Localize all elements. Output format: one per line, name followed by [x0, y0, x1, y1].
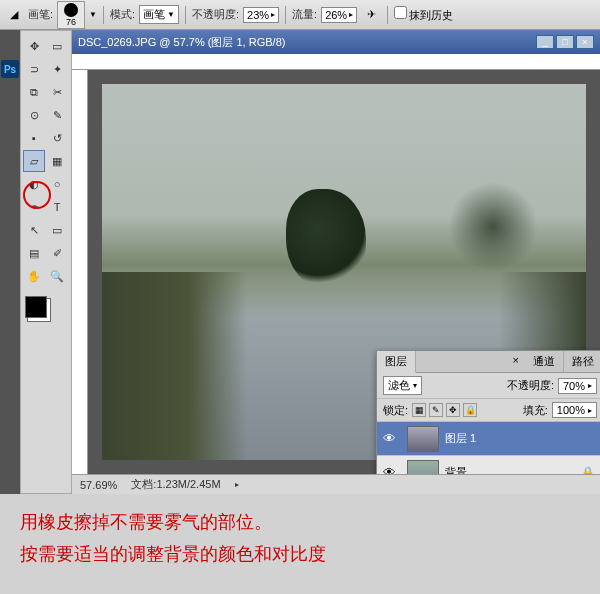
- lock-transparency-icon[interactable]: ▦: [412, 403, 426, 417]
- pen-tool[interactable]: ✒: [23, 196, 45, 218]
- annotations: 用橡皮擦掉不需要雾气的部位。 按需要适当的调整背景的颜色和对比度: [0, 494, 600, 583]
- vegetation-shape: [102, 272, 247, 460]
- annotation-line-2: 按需要适当的调整背景的颜色和对比度: [20, 538, 580, 570]
- lock-all-icon[interactable]: 🔒: [463, 403, 477, 417]
- fill-value: 100%: [557, 404, 585, 416]
- path-tool[interactable]: ↖: [23, 219, 45, 241]
- dodge-tool[interactable]: ○: [46, 173, 68, 195]
- tab-layers[interactable]: 图层: [377, 351, 416, 373]
- ruler-horizontal: [72, 54, 600, 70]
- tools-panel: ✥ ▭ ⊃ ✦ ⧉ ✂ ⊙ ✎ ▪ ↺ ▱ ▦ ◐ ○ ✒ T ↖ ▭ ▤ ✐ …: [20, 30, 72, 494]
- marquee-tool[interactable]: ▭: [46, 35, 68, 57]
- layer-item[interactable]: 👁 图层 1: [377, 422, 600, 456]
- ps-logo-icon: Ps: [1, 60, 19, 78]
- type-tool[interactable]: T: [46, 196, 68, 218]
- mode-value: 画笔: [143, 7, 165, 22]
- hand-tool[interactable]: ✋: [23, 265, 45, 287]
- opacity-input[interactable]: 23% ▸: [243, 7, 279, 23]
- layer-thumbnail[interactable]: [407, 460, 439, 475]
- flow-value: 26%: [325, 9, 347, 21]
- tab-channels[interactable]: 通道: [525, 351, 564, 372]
- lock-label: 锁定:: [383, 403, 408, 418]
- blend-mode-select[interactable]: 滤色 ▾: [383, 376, 422, 395]
- layer-opacity-input[interactable]: 70% ▸: [558, 378, 597, 394]
- lock-position-icon[interactable]: ✥: [446, 403, 460, 417]
- tree-shape: [448, 182, 538, 272]
- tab-paths[interactable]: 路径: [564, 351, 600, 372]
- chevron-right-icon[interactable]: ▸: [235, 480, 239, 489]
- brush-label: 画笔:: [28, 7, 53, 22]
- blur-tool[interactable]: ◐: [23, 173, 45, 195]
- brush-size: 76: [66, 17, 76, 27]
- move-tool[interactable]: ✥: [23, 35, 45, 57]
- chevron-right-icon: ▸: [588, 381, 592, 390]
- eyedropper-tool[interactable]: ✐: [46, 242, 68, 264]
- document-window: DSC_0269.JPG @ 57.7% (图层 1, RGB/8) _ □ ×: [72, 30, 600, 494]
- zoom-value[interactable]: 57.69%: [80, 479, 117, 491]
- status-bar: 57.69% 文档:1.23M/2.45M ▸: [72, 474, 600, 494]
- close-button[interactable]: ×: [576, 35, 594, 49]
- document-titlebar: DSC_0269.JPG @ 57.7% (图层 1, RGB/8) _ □ ×: [72, 30, 600, 54]
- tool-preset-icon[interactable]: ◢: [4, 5, 24, 25]
- history-brush-tool[interactable]: ↺: [46, 127, 68, 149]
- layer-list: 👁 图层 1 👁 背景 🔒: [377, 422, 600, 474]
- opacity-value: 23%: [247, 9, 269, 21]
- chevron-down-icon: ▾: [413, 381, 417, 390]
- brush-tool[interactable]: ✎: [46, 104, 68, 126]
- fill-label: 填充:: [523, 403, 548, 418]
- visibility-icon[interactable]: 👁: [377, 431, 401, 446]
- chevron-right-icon: ▸: [271, 10, 275, 19]
- mode-label: 模式:: [110, 7, 135, 22]
- minimize-button[interactable]: _: [536, 35, 554, 49]
- ruler-vertical: [72, 70, 88, 474]
- app-rail: Ps: [0, 30, 20, 494]
- tree-shape: [286, 189, 366, 289]
- chevron-right-icon: ▸: [588, 406, 592, 415]
- airbrush-icon[interactable]: ✈: [361, 5, 381, 25]
- canvas[interactable]: 图层 × 通道 路径 滤色 ▾ 不透明度: 70% ▸: [88, 70, 600, 474]
- color-swatch[interactable]: [25, 296, 47, 318]
- lasso-tool[interactable]: ⊃: [23, 58, 45, 80]
- layer-name: 图层 1: [445, 431, 476, 446]
- chevron-down-icon: ▼: [167, 10, 175, 19]
- stamp-tool[interactable]: ▪: [23, 127, 45, 149]
- opacity-label: 不透明度:: [192, 7, 239, 22]
- doc-size-label: 文档:1.23M/2.45M: [131, 477, 220, 492]
- lock-icon: 🔒: [581, 466, 595, 474]
- flow-input[interactable]: 26% ▸: [321, 7, 357, 23]
- flow-label: 流量:: [292, 7, 317, 22]
- gradient-tool[interactable]: ▦: [46, 150, 68, 172]
- layer-thumbnail[interactable]: [407, 426, 439, 452]
- layer-opacity-value: 70%: [563, 380, 585, 392]
- wand-tool[interactable]: ✦: [46, 58, 68, 80]
- layers-panel: 图层 × 通道 路径 滤色 ▾ 不透明度: 70% ▸: [376, 350, 600, 474]
- layer-name: 背景: [445, 465, 467, 474]
- document-title: DSC_0269.JPG @ 57.7% (图层 1, RGB/8): [78, 35, 285, 50]
- brush-dot-icon: [64, 3, 78, 17]
- notes-tool[interactable]: ▤: [23, 242, 45, 264]
- annotation-line-1: 用橡皮擦掉不需要雾气的部位。: [20, 506, 580, 538]
- erase-history-checkbox[interactable]: 抹到历史: [394, 6, 453, 23]
- maximize-button[interactable]: □: [556, 35, 574, 49]
- chevron-down-icon[interactable]: ▼: [89, 10, 97, 19]
- crop-tool[interactable]: ⧉: [23, 81, 45, 103]
- tab-close-icon[interactable]: ×: [507, 351, 525, 372]
- chevron-right-icon: ▸: [349, 10, 353, 19]
- lock-pixels-icon[interactable]: ✎: [429, 403, 443, 417]
- fill-input[interactable]: 100% ▸: [552, 402, 597, 418]
- zoom-tool[interactable]: 🔍: [46, 265, 68, 287]
- eraser-tool[interactable]: ▱: [23, 150, 45, 172]
- options-bar: ◢ 画笔: 76 ▼ 模式: 画笔 ▼ 不透明度: 23% ▸ 流量: 26% …: [0, 0, 600, 30]
- slice-tool[interactable]: ✂: [46, 81, 68, 103]
- shape-tool[interactable]: ▭: [46, 219, 68, 241]
- brush-picker[interactable]: 76: [57, 1, 85, 29]
- layer-item[interactable]: 👁 背景 🔒: [377, 456, 600, 474]
- layer-opacity-label: 不透明度:: [507, 378, 554, 393]
- visibility-icon[interactable]: 👁: [377, 465, 401, 474]
- heal-tool[interactable]: ⊙: [23, 104, 45, 126]
- blend-mode-value: 滤色: [388, 378, 410, 393]
- mode-select[interactable]: 画笔 ▼: [139, 5, 179, 24]
